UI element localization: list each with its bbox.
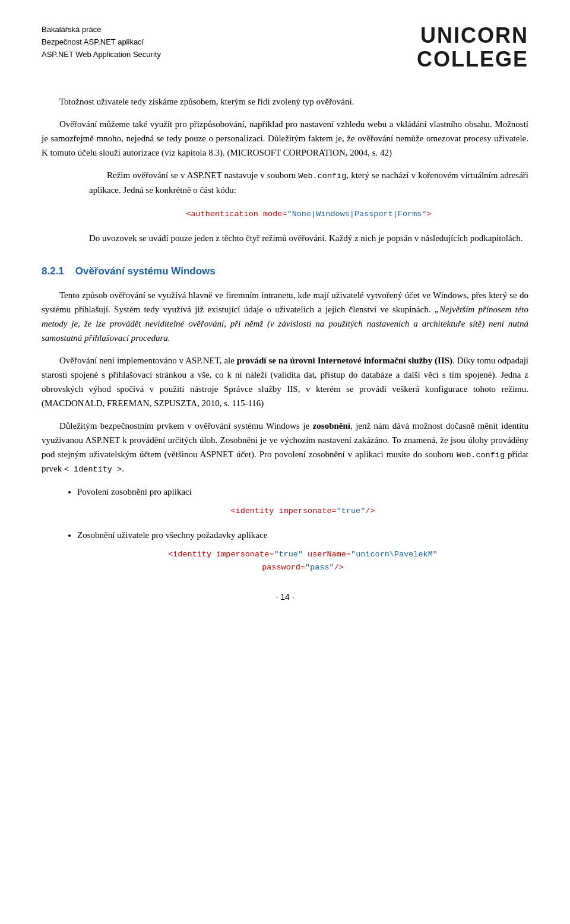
code-block-1: <authentication mode="None|Windows|Passp…: [42, 208, 528, 221]
paragraph-3: Režim ověřování se v ASP.NET nastavuje v…: [42, 168, 528, 197]
bullet2-code-line1: <identity impersonate="true" userName="u…: [101, 548, 505, 561]
para5-text: K tomuto účelu slouží autorizace (viz ka…: [42, 148, 392, 157]
section-821-number: 8.2.1: [42, 265, 64, 277]
paragraph-4: Do uvozovek se uvádí pouze jeden z těcht…: [42, 231, 528, 245]
logo-unicorn: UNICORN: [417, 24, 528, 48]
para4-text: Důležitým faktem je, že ověřování nemůže…: [268, 134, 528, 143]
para1-text: Totožnost uživatele tedy získáme způsobe…: [59, 97, 354, 106]
paragraph-5: Tento způsob ověřování se využívá hlavně…: [42, 288, 528, 345]
para10-pre: Důležitým bezpečnostním prvkem v ověřová…: [59, 421, 313, 431]
header-line1: Bakalářská práce: [42, 24, 161, 36]
bullet2-pre: Zosobnění uživatele pro všechny požadavk…: [77, 530, 267, 540]
bullet-list: Povolení zosobnění pro aplikaci <identit…: [42, 485, 528, 574]
para10-bold: zosobnění: [313, 421, 350, 431]
section-821-heading: 8.2.1 Ověřování systému Windows: [42, 263, 528, 279]
main-content: Totožnost uživatele tedy získáme způsobe…: [42, 94, 528, 574]
bullet-item-2: Zosobnění uživatele pro všechny požadavk…: [77, 528, 528, 574]
page-number: · 14 ·: [42, 592, 528, 602]
para2-text: Ověřování můžeme také využít pro přizpůs…: [59, 119, 492, 129]
logo-college: COLLEGE: [417, 48, 528, 71]
code1-text: <authentication mode="None|Windows|Passp…: [186, 210, 431, 219]
para9-pre: Ověřování není implementováno v ASP.NET,…: [59, 356, 237, 365]
bullet1-code: <identity impersonate="true"/>: [230, 507, 375, 515]
para6-pre: Režim ověřování se v ASP.NET nastavuje v…: [107, 170, 298, 180]
header-line3: ASP.NET Web Application Security: [42, 49, 161, 61]
logo-area: UNICORN COLLEGE: [417, 24, 528, 71]
header: Bakalářská práce Bezpečnost ASP.NET apli…: [42, 24, 528, 71]
paragraph-1: Totožnost uživatele tedy získáme způsobe…: [42, 94, 528, 109]
section-821-title: Ověřování systému Windows: [75, 265, 216, 277]
header-line2: Bezpečnost ASP.NET aplikací: [42, 36, 161, 49]
para6-code: Web.config: [298, 172, 346, 181]
header-left: Bakalářská práce Bezpečnost ASP.NET apli…: [42, 24, 161, 61]
para10-code: Web.config: [457, 451, 505, 460]
bullet1-code-block: <identity impersonate="true"/>: [77, 505, 528, 518]
bullet-item-1: Povolení zosobnění pro aplikaci <identit…: [77, 485, 528, 518]
page: Bakalářská práce Bezpečnost ASP.NET apli…: [0, 0, 570, 637]
bullet2-code-line2: password="pass"/>: [101, 561, 505, 574]
bullet1-pre: Povolení zosobnění pro aplikaci: [77, 487, 192, 496]
bullet2-code-block: <identity impersonate="true" userName="u…: [77, 548, 528, 574]
paragraph-7: Důležitým bezpečnostním prvkem v ověřová…: [42, 419, 528, 476]
para9-bold: provádí se na úrovni Internetové informa…: [237, 356, 452, 365]
para10-post3: .: [122, 464, 124, 473]
logo-text: UNICORN COLLEGE: [417, 24, 528, 71]
paragraph-6: Ověřování není implementováno v ASP.NET,…: [42, 353, 528, 410]
para10-code2: < identity >: [64, 465, 122, 474]
paragraph-2: Ověřování můžeme také využít pro přizpůs…: [42, 117, 528, 160]
para7-text: Do uvozovek se uvádí pouze jeden z těcht…: [89, 233, 523, 243]
